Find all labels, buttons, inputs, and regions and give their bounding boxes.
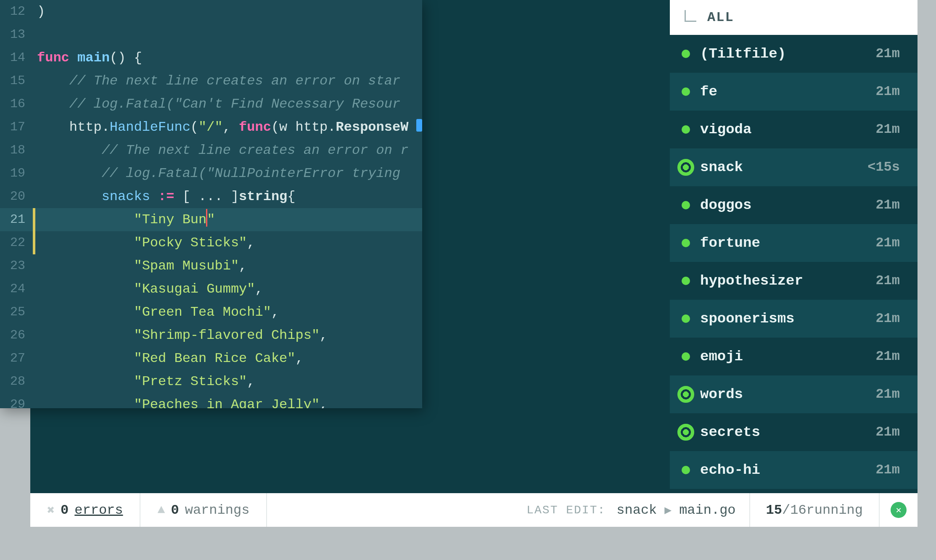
code-content: // log.Fatal("NullPointerError trying — [37, 162, 408, 185]
editor-line[interactable]: 19 // log.Fatal("NullPointerError trying — [0, 162, 422, 185]
line-number: 29 — [0, 393, 33, 408]
status-ok-icon — [682, 277, 690, 285]
errors-count: 0 — [61, 502, 69, 518]
resource-item[interactable]: emoji21m — [670, 338, 917, 375]
logo-glyph: ✕ — [896, 505, 901, 516]
line-number: 22 — [0, 231, 33, 254]
resource-item[interactable]: words21m — [670, 375, 917, 413]
status-ok-icon — [682, 466, 690, 474]
editor-line[interactable]: 16 // log.Fatal("Can't Find Necessary Re… — [0, 92, 422, 116]
resource-time: 21m — [875, 424, 900, 440]
code-content: "Red Bean Rice Cake", — [37, 347, 304, 370]
line-number: 16 — [0, 92, 33, 116]
resource-time: 21m — [875, 349, 900, 364]
status-ok-icon — [682, 352, 690, 361]
editor-line[interactable]: 28 "Pretz Sticks", — [0, 370, 422, 393]
gutter-modified-icon — [33, 277, 35, 301]
resource-name: snack — [700, 159, 857, 175]
status-ok-icon — [682, 239, 690, 247]
last-edit-file: main.go — [679, 502, 735, 518]
resource-item[interactable]: fe21m — [670, 73, 917, 111]
resource-item[interactable]: snack<15s — [670, 148, 917, 186]
gutter-modified-icon — [33, 46, 35, 69]
resource-time: 21m — [875, 386, 900, 402]
resource-name: fe — [700, 84, 865, 100]
code-content: // The next line creates an error on r — [37, 139, 408, 162]
warning-icon: ▲ — [157, 503, 165, 517]
resource-name: hypothesizer — [700, 273, 865, 289]
editor-line[interactable]: 14func main() { — [0, 46, 422, 69]
gutter-modified-icon — [33, 0, 35, 23]
resource-item[interactable]: hypothesizer21m — [670, 262, 917, 300]
code-content: "Shrimp-flavored Chips", — [37, 324, 328, 347]
editor-line[interactable]: 17 http.HandleFunc("/", func(w http.Resp… — [0, 116, 422, 139]
resource-name: spoonerisms — [700, 311, 865, 327]
line-number: 17 — [0, 116, 33, 139]
editor-line[interactable]: 24 "Kasugai Gummy", — [0, 277, 422, 301]
code-content: func main() { — [37, 46, 142, 69]
line-number: 27 — [0, 347, 33, 370]
line-number: 14 — [0, 46, 33, 69]
statusbar: ✖ 0 errors ▲ 0 warnings LAST EDIT: snack… — [30, 493, 917, 527]
resource-time: 21m — [875, 462, 900, 478]
editor-line[interactable]: 29 "Peaches in Agar Jelly", — [0, 393, 422, 408]
last-edit-resource: snack — [616, 502, 657, 518]
editor-line[interactable]: 23 "Spam Musubi", — [0, 254, 422, 277]
resource-time: 21m — [875, 46, 900, 61]
code-content: "Pretz Sticks", — [37, 370, 255, 393]
errors-label: errors — [74, 502, 123, 518]
editor-line[interactable]: 21 "Tiny Bun" — [0, 208, 422, 231]
code-content: // The next line creates an error on sta… — [37, 69, 400, 92]
statusbar-warnings[interactable]: ▲ 0 warnings — [140, 493, 267, 527]
gutter-modified-icon — [33, 231, 35, 254]
editor-line[interactable]: 25 "Green Tea Mochi", — [0, 301, 422, 324]
status-ok-icon — [682, 87, 690, 96]
editor-line[interactable]: 20 snacks := [ ... ]string{ — [0, 185, 422, 208]
line-number: 26 — [0, 324, 33, 347]
statusbar-errors[interactable]: ✖ 0 errors — [30, 493, 140, 527]
editor-line[interactable]: 13 — [0, 23, 422, 46]
error-icon: ✖ — [47, 502, 55, 518]
editor-line[interactable]: 27 "Red Bean Rice Cake", — [0, 347, 422, 370]
code-content: "Kasugai Gummy", — [37, 277, 263, 301]
line-number: 15 — [0, 69, 33, 92]
line-number: 19 — [0, 162, 33, 185]
resource-item[interactable]: echo-hi21m — [670, 451, 917, 489]
resource-item[interactable]: (Tiltfile)21m — [670, 35, 917, 73]
code-content: "Pocky Sticks", — [37, 231, 255, 254]
status-building-icon — [677, 386, 694, 403]
last-edit-label: LAST EDIT: — [526, 504, 605, 517]
warnings-count: 0 — [171, 502, 179, 518]
resource-item[interactable]: doggos21m — [670, 186, 917, 224]
status-building-icon — [677, 159, 694, 176]
resource-item[interactable]: fortune21m — [670, 224, 917, 262]
resource-time: 21m — [875, 197, 900, 213]
gutter-modified-icon — [33, 393, 35, 408]
code-content: "Spam Musubi", — [37, 254, 247, 277]
editor-line[interactable]: 26 "Shrimp-flavored Chips", — [0, 324, 422, 347]
status-building-icon — [677, 424, 694, 441]
resource-name: words — [700, 386, 865, 402]
code-content: // log.Fatal("Can't Find Necessary Resou… — [37, 92, 400, 116]
gutter-modified-icon — [33, 301, 35, 324]
editor-line[interactable]: 12) — [0, 0, 422, 23]
code-editor[interactable]: 12)1314func main() {15 // The next line … — [0, 0, 422, 408]
gutter-modified-icon — [33, 139, 35, 162]
editor-line[interactable]: 22 "Pocky Sticks", — [0, 231, 422, 254]
resource-item[interactable]: secrets21m — [670, 413, 917, 451]
warnings-label: warnings — [185, 502, 250, 518]
code-content: ) — [37, 0, 45, 23]
code-content: "Tiny Bun" — [37, 208, 215, 231]
code-content: "Green Tea Mochi", — [37, 301, 279, 324]
scroll-indicator — [416, 119, 422, 132]
resource-item[interactable]: spoonerisms21m — [670, 300, 917, 338]
editor-line[interactable]: 18 // The next line creates an error on … — [0, 139, 422, 162]
line-number: 25 — [0, 301, 33, 324]
tilt-logo-icon[interactable]: ✕ — [891, 502, 907, 518]
resource-tab-all[interactable]: ALL — [670, 0, 917, 35]
resource-item[interactable]: vigoda21m — [670, 111, 917, 148]
editor-line[interactable]: 15 // The next line creates an error on … — [0, 69, 422, 92]
chevron-right-icon: ▶ — [664, 503, 672, 517]
status-ok-icon — [682, 314, 690, 323]
code-content: http.HandleFunc("/", func(w http.Respons… — [37, 116, 408, 139]
